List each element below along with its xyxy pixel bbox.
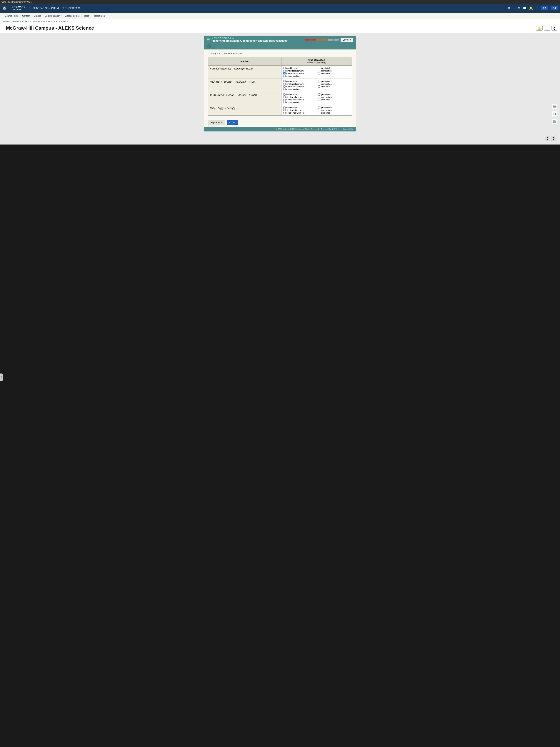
checkbox-single-replacement-3[interactable] bbox=[283, 96, 286, 98]
table-header-type: type of reaction(check all that apply) bbox=[282, 57, 352, 66]
checkbox-label-decomposition-1[interactable]: decomposition bbox=[283, 75, 315, 77]
eo-button[interactable]: EO bbox=[541, 6, 548, 10]
checkbox-decomposition-1[interactable] bbox=[283, 75, 286, 77]
checkbox-label-combination-3[interactable]: combination bbox=[283, 93, 315, 96]
checkbox-label-precipitation-2[interactable]: precipitation bbox=[318, 80, 350, 82]
checkbox-precipitation-4[interactable] bbox=[318, 106, 320, 109]
nav-grades[interactable]: Grades bbox=[32, 13, 43, 19]
aleks-topic: Identifying precipitation, combustion an… bbox=[212, 39, 303, 42]
mail-icon[interactable]: ✉ bbox=[518, 6, 521, 10]
checkbox-label-acid-base-4[interactable]: acid-base bbox=[318, 112, 350, 114]
checkbox-label-acid-base-2[interactable]: acid-base bbox=[318, 85, 350, 87]
fullscreen-icon-btn[interactable]: ⛶ bbox=[544, 26, 550, 31]
checkbox-label-single-replacement-1[interactable]: single replacement bbox=[283, 70, 315, 72]
home-icon[interactable]: 🏠 bbox=[2, 6, 6, 10]
footer-accessibility-link[interactable]: Accessibility bbox=[343, 128, 353, 130]
brand: BROWARD COLLEGE bbox=[12, 6, 26, 10]
checkbox-label-double-replacement-4[interactable]: double replacement bbox=[283, 112, 315, 114]
checkbox-acid-base-2[interactable] bbox=[318, 85, 320, 87]
chart-icon-btn[interactable]: 📊 bbox=[552, 111, 557, 117]
check-button[interactable]: Check bbox=[227, 120, 238, 125]
checkbox-label-double-replacement-3[interactable]: double replacement bbox=[283, 99, 315, 101]
checkbox-precipitation-3[interactable] bbox=[318, 93, 320, 96]
next-page-button[interactable]: ❯ bbox=[551, 136, 556, 141]
reaction-cell-3: CH3CH2CH3(g) + 5O2(g) → 3CO2(g) + 4H2O(g… bbox=[208, 92, 282, 105]
checkbox-label-double-replacement-2[interactable]: double replacement bbox=[283, 85, 315, 87]
checkbox-single-replacement-4[interactable] bbox=[283, 109, 286, 111]
checkbox-label-combustion-4[interactable]: combustion bbox=[318, 109, 350, 111]
checkbox-double-replacement-2[interactable] bbox=[283, 85, 286, 87]
checkbox-label-single-replacement-3[interactable]: single replacement bbox=[283, 96, 315, 98]
breadcrumb-aleks[interactable]: ALEKS bbox=[22, 20, 28, 23]
aleks-label-area: SIMPLE REACTIONS Identifying precipitati… bbox=[212, 37, 303, 42]
aleks-expand-btn[interactable]: ▾ bbox=[207, 44, 211, 48]
checkbox-label-precipitation-4[interactable]: precipitation bbox=[318, 106, 350, 109]
grid-icon[interactable]: ⊞ bbox=[507, 6, 510, 10]
checkbox-label-combination-4[interactable]: combination bbox=[283, 106, 315, 109]
checkbox-combination-2[interactable] bbox=[283, 80, 286, 82]
checkbox-acid-base-4[interactable] bbox=[318, 112, 320, 114]
checkbox-label-acid-base-3[interactable]: acid-base bbox=[318, 99, 350, 101]
esther-topbar-button[interactable]: Est bbox=[551, 6, 558, 10]
checkbox-precipitation-1[interactable] bbox=[318, 67, 320, 69]
checkbox-label-combustion-3[interactable]: combustion bbox=[318, 96, 350, 98]
nav-assessments[interactable]: Assessments ▾ bbox=[63, 13, 82, 19]
checkbox-label-combustion-1[interactable]: combustion bbox=[318, 70, 350, 72]
checkbox-label-decomposition-3[interactable]: decomposition bbox=[283, 101, 315, 103]
keyboard-icon-btn[interactable]: ⌨ bbox=[552, 104, 557, 109]
aleks-header: ☰ SIMPLE REACTIONS Identifying precipita… bbox=[204, 36, 356, 44]
nav-course-home[interactable]: Course Home bbox=[3, 13, 20, 19]
checkbox-label-precipitation-1[interactable]: precipitation bbox=[318, 67, 350, 69]
checkbox-decomposition-2[interactable] bbox=[283, 88, 286, 90]
checkbox-single-replacement-1[interactable] bbox=[283, 70, 286, 72]
bell-icon[interactable]: 🔔 bbox=[529, 6, 533, 10]
checkbox-double-replacement-1[interactable] bbox=[283, 72, 286, 75]
nav-resources[interactable]: Resources ▾ bbox=[92, 13, 108, 19]
collapse-right-btn[interactable]: ❮ bbox=[552, 26, 557, 31]
checkbox-precipitation-2[interactable] bbox=[318, 80, 320, 82]
aleks-menu-icon[interactable]: ☰ bbox=[207, 38, 210, 42]
progress-seg-2 bbox=[311, 39, 316, 41]
checkbox-label-combination-2[interactable]: combination bbox=[283, 80, 315, 82]
checkbox-combustion-1[interactable] bbox=[318, 70, 320, 72]
chat-icon[interactable]: 💬 bbox=[523, 6, 527, 10]
nav-tools[interactable]: Tools ▾ bbox=[82, 13, 92, 19]
checkbox-acid-base-3[interactable] bbox=[318, 99, 320, 101]
type-cell-2: combination precipitation single replace… bbox=[282, 79, 352, 92]
notification-icon-btn[interactable]: 🔔 bbox=[536, 26, 542, 31]
checkbox-decomposition-3[interactable] bbox=[283, 101, 286, 103]
checkbox-label-double-replacement-1[interactable]: double replacement bbox=[283, 72, 315, 75]
checkbox-combination-1[interactable] bbox=[283, 67, 286, 69]
footer-terms-link[interactable]: Terms of Use bbox=[321, 128, 332, 130]
checkbox-double-replacement-4[interactable] bbox=[283, 112, 286, 114]
page-title-area: ❮ McGraw-Hill Campus - ALEKS Science 🔔 ⛶… bbox=[0, 24, 560, 33]
checkbox-acid-base-1[interactable] bbox=[318, 72, 320, 75]
checkbox-label-decomposition-2[interactable]: decomposition bbox=[283, 88, 315, 90]
checkbox-label-acid-base-1[interactable]: acid-base bbox=[318, 72, 350, 75]
checkbox-label-precipitation-3[interactable]: precipitation bbox=[318, 93, 350, 96]
aleks-progress-bar bbox=[305, 39, 339, 41]
checkbox-double-replacement-3[interactable] bbox=[283, 99, 286, 101]
explanation-button[interactable]: Explanation bbox=[208, 120, 225, 125]
checkbox-label-combination-1[interactable]: combination bbox=[283, 67, 315, 69]
checkbox-single-replacement-2[interactable] bbox=[283, 83, 286, 85]
aleks-buttons: Explanation Check bbox=[204, 118, 356, 127]
nav-communication[interactable]: Communication ▾ bbox=[43, 13, 63, 19]
type-grid-1: combination precipitation single replace… bbox=[283, 67, 350, 77]
checkbox-label-combustion-2[interactable]: combustion bbox=[318, 83, 350, 85]
checkbox-combination-4[interactable] bbox=[283, 106, 286, 109]
calculator-icon-btn[interactable]: 🔣 bbox=[552, 119, 557, 124]
breadcrumb-toc[interactable]: Table of Contents bbox=[3, 20, 19, 23]
breadcrumb: Table of Contents › ALEKS › McGraw-Hill … bbox=[0, 19, 560, 24]
footer-privacy-link[interactable]: Privacy bbox=[335, 128, 341, 130]
prev-page-button[interactable]: ❮ bbox=[545, 136, 550, 141]
nav-content[interactable]: Content bbox=[20, 13, 32, 19]
checkbox-combustion-3[interactable] bbox=[318, 96, 320, 98]
checkbox-combination-3[interactable] bbox=[283, 93, 286, 96]
esther-menu-button[interactable]: Esther ▾ bbox=[341, 37, 353, 42]
checkbox-label-single-replacement-2[interactable]: single replacement bbox=[283, 83, 315, 85]
checkbox-combustion-4[interactable] bbox=[318, 109, 320, 111]
checkbox-combustion-2[interactable] bbox=[318, 83, 320, 85]
checkbox-label-single-replacement-4[interactable]: single replacement bbox=[283, 109, 315, 111]
aleks-section-label: SIMPLE REACTIONS bbox=[212, 37, 303, 39]
